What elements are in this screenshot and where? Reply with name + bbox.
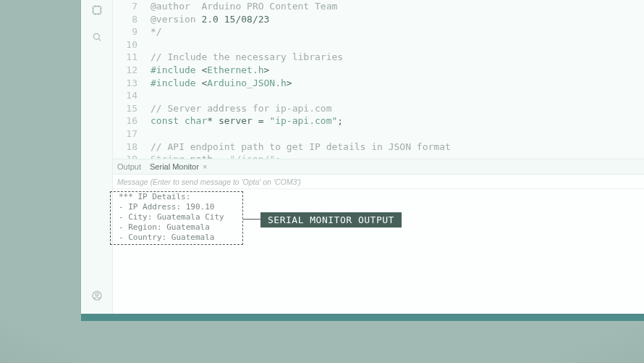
line-number: 19: [113, 153, 137, 159]
line-number: 18: [113, 141, 137, 154]
code-line[interactable]: // API endpoint path to get IP details i…: [151, 141, 644, 154]
svg-rect-0: [93, 7, 101, 14]
code-line[interactable]: // Server address for ip-api.com: [151, 102, 644, 115]
tab-serial-monitor[interactable]: Serial Monitor ×: [150, 162, 207, 171]
close-icon[interactable]: ×: [203, 162, 207, 171]
account-icon[interactable]: [88, 287, 106, 306]
svg-point-1: [93, 33, 99, 39]
code-line[interactable]: String path = "/json/";: [151, 153, 644, 159]
activity-bar: [81, 0, 113, 314]
svg-point-3: [96, 293, 98, 296]
code-line[interactable]: #include <Arduino_JSON.h>: [151, 77, 644, 90]
code-line[interactable]: [151, 89, 644, 102]
line-number: 14: [113, 89, 137, 102]
tab-output[interactable]: Output: [117, 162, 141, 171]
line-number: 8: [113, 13, 137, 26]
code-line[interactable]: */: [151, 25, 644, 38]
annotation-connector: [243, 219, 260, 220]
code-line[interactable]: [151, 38, 644, 51]
main-area: 78910111213141516171819 @author Arduino …: [113, 0, 644, 314]
line-number: 13: [113, 77, 137, 90]
line-number: 7: [113, 0, 137, 13]
ide-window: 78910111213141516171819 @author Arduino …: [81, 0, 644, 314]
code-content[interactable]: @author Arduino PRO Content Team@version…: [143, 0, 644, 159]
boards-icon[interactable]: [88, 1, 106, 21]
code-line[interactable]: #include <Ethernet.h>: [151, 64, 644, 77]
serial-monitor-output: *** IP Details:- IP Address: 190.10- Cit…: [113, 189, 644, 314]
line-numbers: 78910111213141516171819: [113, 0, 143, 159]
code-line[interactable]: // Include the necessary libraries: [151, 51, 644, 64]
line-number: 11: [113, 51, 137, 64]
line-number: 15: [113, 102, 137, 115]
line-number: 9: [113, 25, 137, 38]
serial-line: - Country: Guatemala: [119, 233, 638, 243]
code-line[interactable]: @author Arduino PRO Content Team: [151, 0, 644, 13]
code-line[interactable]: @version 2.0 15/08/23: [151, 13, 644, 26]
serial-message-bar: [113, 175, 644, 189]
serial-line: *** IP Details:: [119, 192, 638, 202]
code-line[interactable]: const char* server = "ip-api.com";: [151, 114, 644, 128]
line-number: 16: [113, 114, 137, 128]
annotation-label: SERIAL MONITOR OUTPUT: [260, 212, 402, 228]
code-line[interactable]: [151, 128, 644, 141]
line-number: 17: [113, 128, 137, 141]
status-bar: [81, 314, 644, 321]
bottom-panel-tabs: Output Serial Monitor ×: [113, 159, 644, 175]
search-icon[interactable]: [88, 28, 106, 48]
line-number: 10: [113, 38, 137, 51]
serial-message-input[interactable]: [117, 178, 640, 186]
code-editor[interactable]: 78910111213141516171819 @author Arduino …: [113, 0, 644, 159]
serial-line: - IP Address: 190.10: [119, 202, 638, 212]
tab-label: Serial Monitor: [150, 162, 199, 171]
line-number: 12: [113, 64, 137, 77]
